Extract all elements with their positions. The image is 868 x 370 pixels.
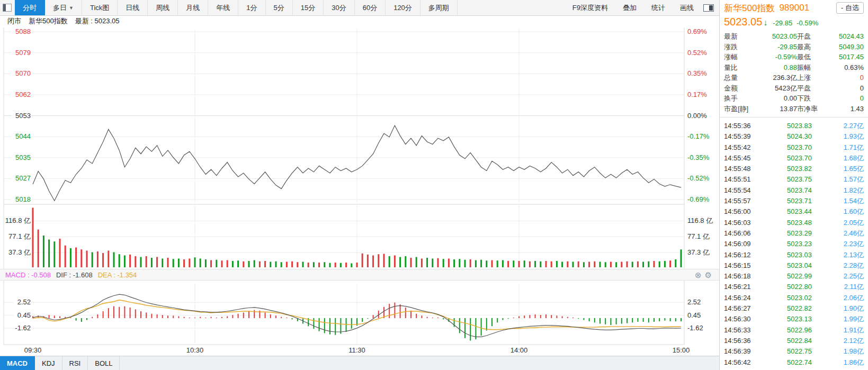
period-tab-7[interactable]: 年线: [208, 0, 238, 15]
tick-time: 14:55:45: [724, 153, 763, 164]
tick-time: 14:56:39: [724, 346, 763, 357]
tick-row: 14:56:005023.441.60亿: [724, 206, 864, 217]
quote-field-value: 5049.30: [826, 42, 864, 52]
tick-volume: 2.27亿: [812, 121, 864, 131]
macd-value-label: MACD : -0.508: [5, 271, 51, 279]
quote-panel: 新华500指数 989001 - 自选 5023.05 ↓ -29.85 -0.…: [719, 0, 868, 370]
svg-text:-0.17%: -0.17%: [687, 132, 710, 140]
quote-field-value: 0: [826, 73, 864, 83]
period-tab-5[interactable]: 周线: [148, 0, 178, 15]
quote-field-label: 涨跌: [724, 42, 759, 52]
quote-field-label: 金额: [724, 83, 759, 94]
tick-time: 14:55:48: [724, 164, 763, 174]
period-tab-3[interactable]: Tick图: [82, 0, 118, 15]
quote-field-label: 换手: [724, 93, 759, 104]
tick-row: 14:56:185022.992.25亿: [724, 271, 864, 282]
tick-time: 14:56:15: [724, 260, 763, 271]
toolbar-action-4[interactable]: 画线: [673, 0, 701, 15]
time-label: 15:00: [673, 346, 690, 354]
tick-price: 5022.75: [763, 346, 812, 357]
svg-text:0.45: 0.45: [17, 311, 31, 319]
indicator-tab-rsi[interactable]: RSI: [62, 356, 88, 370]
tick-volume: 1.93亿: [812, 131, 864, 142]
quote-field-label: 上涨: [797, 73, 826, 83]
chart-area[interactable]: 50880.69%50790.52%50700.35%50620.17%5053…: [0, 26, 719, 356]
tick-volume: 1.65亿: [812, 164, 864, 174]
period-tab-14[interactable]: 多周期: [420, 0, 458, 15]
tick-time: 14:55:36: [724, 121, 763, 131]
period-tab-12[interactable]: 60分: [355, 0, 386, 15]
svg-text:5018: 5018: [15, 195, 31, 203]
layout-toggle-icon[interactable]: [3, 4, 12, 12]
period-tab-4[interactable]: 日线: [118, 0, 148, 15]
period-tab-8[interactable]: 1分: [238, 0, 265, 15]
watchlist-remove-button[interactable]: - 自选: [836, 2, 864, 14]
tick-row: 14:56:215022.802.11亿: [724, 282, 864, 292]
tick-price: 5023.23: [763, 239, 812, 249]
svg-text:0.17%: 0.17%: [687, 91, 707, 98]
period-tab-13[interactable]: 120分: [386, 0, 420, 15]
toolbar-action-2[interactable]: 叠加: [615, 0, 644, 15]
tick-time: 14:55:39: [724, 131, 763, 142]
quote-field-value: 0: [826, 83, 864, 94]
toolbar-action-1[interactable]: F9深度资料: [565, 0, 615, 15]
period-tab-6[interactable]: 月线: [178, 0, 208, 15]
dea-value-label: DEA : -1.354: [98, 271, 137, 279]
price-change: -29.85: [773, 19, 792, 27]
quote-field-label: 平盘: [797, 83, 826, 94]
quote-field-value: 0.63%: [826, 62, 864, 73]
period-tab-2[interactable]: 多日▼: [45, 0, 82, 15]
close-indicator-icon[interactable]: ⊗: [695, 270, 702, 279]
tick-price: 5023.70: [763, 142, 812, 153]
tick-row: 14:55:575023.711.54亿: [724, 196, 864, 206]
quote-field-value: -0.59%: [759, 52, 797, 62]
indicator-settings-icon[interactable]: ⚙: [705, 270, 712, 279]
indicator-tab-boll[interactable]: BOLL: [88, 356, 120, 370]
tick-price: 5022.96: [763, 325, 812, 336]
tick-price: 5023.75: [763, 174, 812, 185]
tick-volume: 1.68亿: [812, 153, 864, 164]
timeshare-chart[interactable]: 50880.69%50790.52%50700.35%50620.17%5053…: [0, 26, 719, 345]
tick-row: 14:56:035023.482.05亿: [724, 218, 864, 228]
chart-column: 分时多日▼Tick图日线周线月线年线1分5分15分30分60分120分多周期 F…: [0, 0, 719, 370]
indicator-tab-macd[interactable]: MACD: [0, 356, 35, 370]
time-axis: 09:3010:3011:3014:0015:00: [0, 345, 719, 356]
period-tabs: 分时多日▼Tick图日线周线月线年线1分5分15分30分60分120分多周期: [15, 0, 458, 15]
tick-volume: 1.90亿: [812, 303, 864, 314]
tick-volume: 1.86亿: [812, 357, 864, 368]
toolbar: 分时多日▼Tick图日线周线月线年线1分5分15分30分60分120分多周期 F…: [0, 0, 719, 16]
tick-price: 5023.82: [763, 164, 812, 174]
period-tab-11[interactable]: 30分: [324, 0, 354, 15]
tick-volume: 2.25亿: [812, 271, 864, 282]
period-tab-10[interactable]: 15分: [293, 0, 324, 15]
macd-header: MACD : -0.508 DIF : -1.608 DEA : -1.354 …: [0, 269, 719, 281]
quote-fields-grid: 最新5023.05开盘5024.43涨跌-29.85最高5049.30涨幅-0.…: [720, 30, 868, 114]
indicator-tab-kdj[interactable]: KDJ: [35, 356, 62, 370]
svg-text:5044: 5044: [15, 132, 31, 140]
tick-price: 5022.80: [763, 282, 812, 292]
tick-time: 14:56:21: [724, 282, 763, 292]
tick-time: 14:56:33: [724, 325, 763, 336]
tick-time: 14:56:30: [724, 314, 763, 324]
dropdown-caret-icon: ▼: [69, 5, 74, 11]
tick-price: 5022.99: [763, 271, 812, 282]
svg-text:37.3 亿: 37.3 亿: [8, 248, 31, 256]
quote-field-label: 市净率: [797, 104, 826, 114]
svg-text:77.1 亿: 77.1 亿: [8, 232, 31, 240]
tick-volume: 1.99亿: [812, 314, 864, 324]
toolbar-action-3[interactable]: 统计: [644, 0, 673, 15]
tick-list[interactable]: 14:55:365023.832.27亿14:55:395024.301.93亿…: [720, 117, 868, 370]
tick-volume: 2.28亿: [812, 260, 864, 271]
quote-field-value: 0.88: [759, 62, 797, 73]
svg-text:2.52: 2.52: [17, 298, 31, 306]
tick-volume: 1.57亿: [812, 174, 864, 185]
period-tab-1[interactable]: 分时: [15, 0, 45, 15]
tick-time: 14:56:12: [724, 250, 763, 260]
period-tab-9[interactable]: 5分: [266, 0, 293, 15]
tick-volume: 1.91亿: [812, 325, 864, 336]
time-label: 14:00: [511, 346, 528, 354]
time-label: 11:30: [348, 346, 365, 354]
tick-time: 14:55:42: [724, 142, 763, 153]
panel-toggle-icon[interactable]: [703, 4, 714, 12]
quote-field-value: -29.85: [759, 42, 797, 52]
